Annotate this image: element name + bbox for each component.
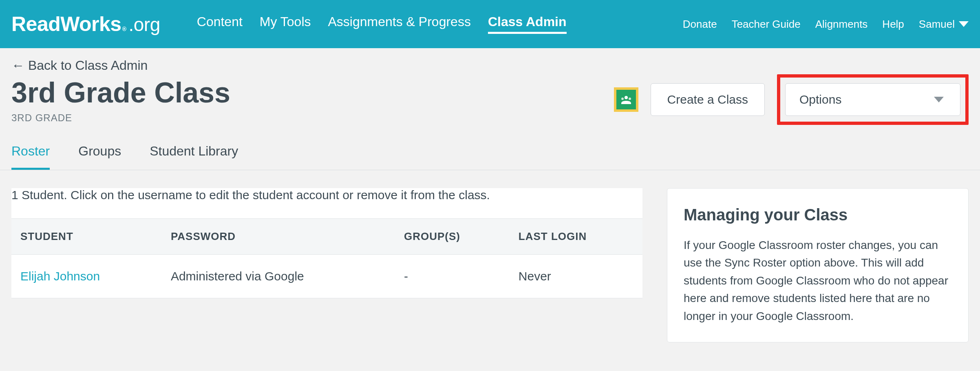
page-header-actions: Create a Class Options: [614, 58, 969, 125]
chevron-down-icon: [959, 21, 969, 27]
col-last-login: LAST LOGIN: [510, 219, 642, 255]
tab-student-library[interactable]: Student Library: [150, 144, 238, 170]
google-classroom-icon[interactable]: [614, 87, 638, 112]
tab-roster[interactable]: Roster: [11, 144, 50, 170]
svg-point-2: [629, 98, 631, 100]
logo-org: .org: [129, 13, 160, 36]
back-to-class-admin-link[interactable]: ← Back to Class Admin: [11, 58, 148, 73]
student-last-login: Never: [510, 255, 642, 298]
nav-my-tools[interactable]: My Tools: [260, 14, 311, 34]
table-row: Elijah Johnson Administered via Google -…: [11, 255, 642, 298]
options-label: Options: [799, 93, 841, 107]
col-student: STUDENT: [11, 219, 162, 255]
student-name-link[interactable]: Elijah Johnson: [11, 255, 162, 298]
nav-alignments[interactable]: Alignments: [815, 18, 868, 31]
secondary-nav: Donate Teacher Guide Alignments Help Sam…: [683, 18, 969, 31]
options-dropdown[interactable]: Options: [785, 83, 960, 116]
student-groups: -: [395, 255, 510, 298]
student-password: Administered via Google: [162, 255, 395, 298]
logo[interactable]: ReadWorks® .org: [11, 12, 160, 36]
roster-panel: 1 Student. Click on the username to edit…: [11, 188, 642, 298]
svg-point-0: [625, 96, 628, 99]
registered-mark: ®: [122, 26, 126, 32]
chevron-down-icon: [934, 97, 944, 102]
user-name: Samuel: [919, 18, 955, 31]
create-class-button[interactable]: Create a Class: [651, 83, 765, 116]
nav-teacher-guide[interactable]: Teacher Guide: [732, 18, 801, 31]
managing-class-body: If your Google Classroom roster changes,…: [684, 236, 952, 325]
class-grade-subtitle: 3RD GRADE: [11, 112, 598, 124]
main-nav: Content My Tools Assignments & Progress …: [197, 14, 567, 34]
page-header-left: ← Back to Class Admin 3rd Grade Class 3R…: [11, 58, 598, 124]
nav-help[interactable]: Help: [882, 18, 904, 31]
roster-header-row: STUDENT PASSWORD GROUP(S) LAST LOGIN: [11, 219, 642, 255]
body: 1 Student. Click on the username to edit…: [0, 170, 980, 342]
classroom-people-icon: [620, 95, 632, 104]
nav-assignments-progress[interactable]: Assignments & Progress: [328, 14, 471, 34]
nav-content[interactable]: Content: [197, 14, 243, 34]
logo-text: ReadWorks: [11, 12, 121, 36]
top-nav: ReadWorks® .org Content My Tools Assignm…: [0, 0, 980, 48]
user-menu[interactable]: Samuel: [919, 18, 969, 31]
svg-point-1: [621, 98, 624, 100]
nav-class-admin[interactable]: Class Admin: [488, 14, 567, 34]
roster-help-text: 1 Student. Click on the username to edit…: [11, 188, 642, 202]
page-header: ← Back to Class Admin 3rd Grade Class 3R…: [0, 48, 980, 125]
managing-class-title: Managing your Class: [684, 206, 952, 224]
col-groups: GROUP(S): [395, 219, 510, 255]
options-highlight-box: Options: [777, 74, 969, 125]
nav-donate[interactable]: Donate: [683, 18, 717, 31]
class-title: 3rd Grade Class: [11, 78, 598, 108]
class-tabs: Roster Groups Student Library: [0, 125, 980, 170]
roster-table: STUDENT PASSWORD GROUP(S) LAST LOGIN Eli…: [11, 218, 642, 298]
col-password: PASSWORD: [162, 219, 395, 255]
managing-class-card: Managing your Class If your Google Class…: [667, 188, 969, 342]
tab-groups[interactable]: Groups: [78, 144, 121, 170]
